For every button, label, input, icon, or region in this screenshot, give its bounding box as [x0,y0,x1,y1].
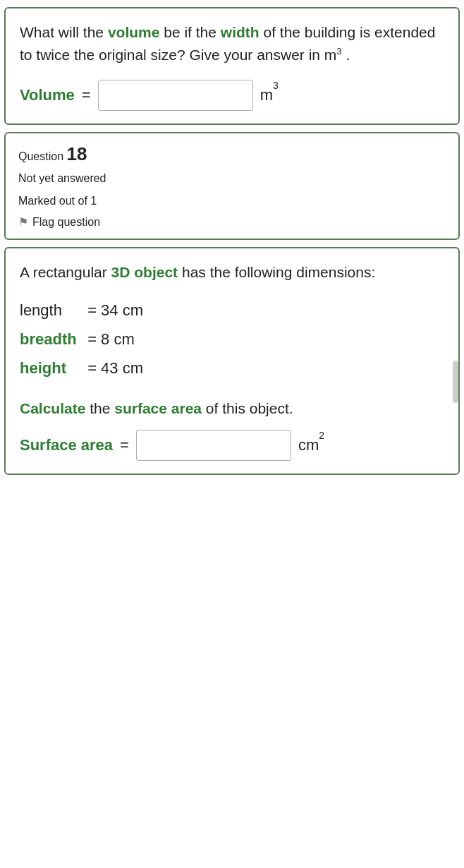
calculate-text: Calculate the surface area of this objec… [20,397,444,420]
flag-icon: ⚑ [18,215,28,229]
height-value: = 43 cm [87,356,143,380]
dimension-height-row: height = 43 cm [20,356,444,380]
dimension-breadth-row: breadth = 8 cm [20,327,444,351]
length-label: length [20,298,83,323]
surface-area-intro: A rectangular 3D object has the followin… [20,261,444,284]
3d-object-keyword: 3D object [111,264,178,280]
volume-keyword: volume [108,24,160,40]
surface-area-unit-sup: 2 [319,430,324,441]
volume-answer-row: Volume = m3 [20,80,444,111]
question-header: Question 18 [18,143,446,165]
height-label: height [20,356,83,380]
question-number: 18 [66,143,87,164]
surface-area-unit: cm2 [298,435,324,454]
volume-equals: = [82,86,91,104]
surface-area-equals: = [120,436,129,454]
dimension-length-row: length = 34 cm [20,298,444,323]
surface-area-label: Surface area [20,436,113,454]
volume-question-text: What will the volume be if the width of … [20,21,444,66]
m3-superscript: 3 [336,46,341,56]
question-label: Question [18,150,66,162]
flag-question-button[interactable]: ⚑ Flag question [18,215,446,229]
calculate-keyword: Calculate [20,400,85,416]
surface-area-question-card: A rectangular 3D object has the followin… [4,247,460,475]
length-value: = 34 cm [87,298,143,323]
breadth-label: breadth [20,327,83,351]
volume-label: Volume [20,86,75,104]
volume-input[interactable] [98,80,253,111]
breadth-value: = 8 cm [87,327,135,351]
volume-question-card: What will the volume be if the width of … [4,7,460,125]
surface-area-answer-row: Surface area = cm2 [20,430,444,461]
width-keyword: width [221,24,260,40]
question-marked: Marked out of 1 [18,192,446,210]
scrollbar[interactable] [453,361,458,403]
question-meta-card: Question 18 Not yet answered Marked out … [4,132,460,240]
surface-area-input[interactable] [136,430,291,461]
volume-unit-sup: 3 [273,80,279,91]
volume-unit: m3 [260,85,279,104]
question-status: Not yet answered [18,169,446,188]
flag-label: Flag question [32,216,100,229]
surface-area-keyword: surface area [114,400,202,416]
